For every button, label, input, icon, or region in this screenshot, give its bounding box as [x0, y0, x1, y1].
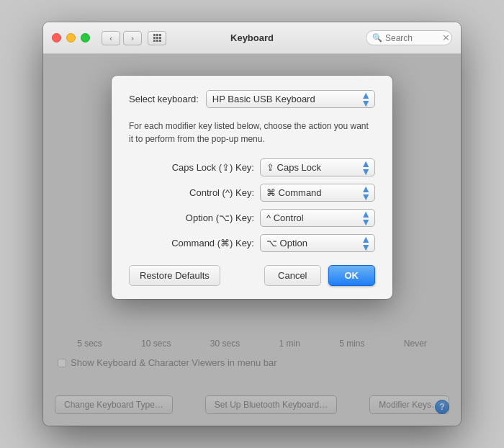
caps-lock-select[interactable]: ⇪ Caps Lock [260, 158, 375, 176]
search-input[interactable] [385, 33, 439, 43]
option-label: Option (⌥) Key: [186, 212, 254, 223]
modal-right-buttons: Cancel OK [264, 265, 375, 286]
search-icon: 🔍 [372, 33, 382, 42]
search-box[interactable]: 🔍 ✕ [366, 30, 452, 45]
close-button[interactable] [52, 33, 61, 42]
search-clear-icon[interactable]: ✕ [442, 32, 450, 43]
command-label: Command (⌘) Key: [171, 238, 254, 248]
modal-description: For each modifier key listed below, choo… [129, 120, 375, 145]
command-select-wrapper: ⌥ Option ▲▼ [260, 234, 375, 252]
caps-lock-select-wrapper: ⇪ Caps Lock ▲▼ [260, 158, 375, 176]
modal-dialog: Select keyboard: HP Basic USB Keyboard ▲… [112, 76, 392, 299]
modifier-row-command: Command (⌘) Key: ⌥ Option ▲▼ [129, 234, 375, 252]
minimize-button[interactable] [66, 33, 76, 42]
cancel-button[interactable]: Cancel [264, 265, 320, 286]
grid-button[interactable] [148, 31, 166, 45]
forward-button[interactable]: › [123, 31, 142, 45]
back-button[interactable]: ‹ [102, 31, 120, 45]
modal-overlay: Select keyboard: HP Basic USB Keyboard ▲… [43, 54, 461, 426]
window-title: Keyboard [230, 32, 274, 43]
keyboard-select[interactable]: HP Basic USB Keyboard [206, 90, 375, 108]
caps-lock-label: Caps Lock (⇪) Key: [172, 162, 254, 173]
nav-buttons: ‹ › [102, 31, 142, 45]
traffic-lights [52, 33, 90, 42]
keyboard-selector-label: Select keyboard: [129, 94, 199, 104]
control-label: Control (^) Key: [189, 187, 254, 198]
command-select[interactable]: ⌥ Option [260, 234, 375, 252]
window-content: 5 secs 10 secs 30 secs 1 min 5 mins Neve… [43, 54, 461, 426]
option-select[interactable]: ^ Control [260, 209, 375, 227]
restore-defaults-button[interactable]: Restore Defaults [129, 265, 220, 286]
grid-icon [153, 34, 161, 42]
ok-button[interactable]: OK [328, 265, 376, 286]
modifier-row-control: Control (^) Key: ⌘ Command ▲▼ [129, 184, 375, 202]
option-select-wrapper: ^ Control ▲▼ [260, 209, 375, 227]
maximize-button[interactable] [81, 33, 90, 42]
control-select[interactable]: ⌘ Command [260, 184, 375, 202]
modifier-row-caps-lock: Caps Lock (⇪) Key: ⇪ Caps Lock ▲▼ [129, 158, 375, 176]
window: ‹ › Keyboard 🔍 ✕ 5 secs 10 secs 30 secs … [43, 22, 461, 426]
titlebar: ‹ › Keyboard 🔍 ✕ [43, 22, 461, 54]
keyboard-select-wrapper: HP Basic USB Keyboard ▲▼ [206, 90, 375, 108]
modifier-row-option: Option (⌥) Key: ^ Control ▲▼ [129, 209, 375, 227]
keyboard-selector-row: Select keyboard: HP Basic USB Keyboard ▲… [129, 90, 375, 108]
modal-buttons: Restore Defaults Cancel OK [129, 265, 375, 286]
control-select-wrapper: ⌘ Command ▲▼ [260, 184, 375, 202]
